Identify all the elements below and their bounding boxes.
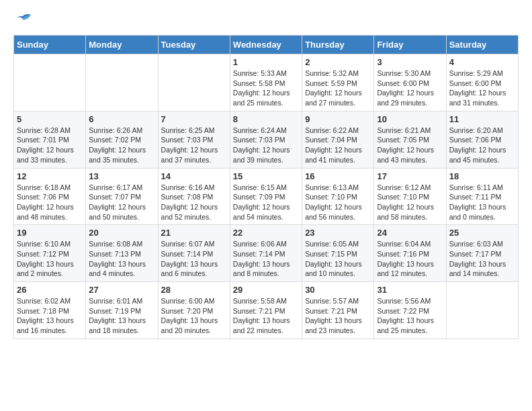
calendar-day-header-monday: Monday bbox=[86, 36, 158, 54]
calendar-day-10: 10Sunrise: 6:21 AM Sunset: 7:05 PM Dayli… bbox=[374, 111, 446, 168]
day-number: 18 bbox=[449, 171, 515, 181]
calendar-day-12: 12Sunrise: 6:18 AM Sunset: 7:06 PM Dayli… bbox=[14, 168, 86, 225]
day-number: 13 bbox=[89, 171, 154, 181]
calendar-week-row: 12Sunrise: 6:18 AM Sunset: 7:06 PM Dayli… bbox=[14, 168, 519, 225]
day-info: Sunrise: 5:58 AM Sunset: 7:21 PM Dayligh… bbox=[233, 296, 299, 336]
day-info: Sunrise: 6:12 AM Sunset: 7:10 PM Dayligh… bbox=[377, 183, 443, 222]
day-info: Sunrise: 6:25 AM Sunset: 7:03 PM Dayligh… bbox=[161, 126, 227, 165]
calendar-day-24: 24Sunrise: 6:04 AM Sunset: 7:16 PM Dayli… bbox=[374, 225, 446, 282]
calendar-day-11: 11Sunrise: 6:20 AM Sunset: 7:06 PM Dayli… bbox=[446, 111, 518, 168]
day-number: 2 bbox=[305, 57, 371, 67]
day-info: Sunrise: 6:08 AM Sunset: 7:13 PM Dayligh… bbox=[89, 239, 154, 279]
calendar-empty-cell bbox=[446, 282, 518, 339]
calendar-day-header-sunday: Sunday bbox=[14, 36, 86, 54]
day-info: Sunrise: 6:10 AM Sunset: 7:12 PM Dayligh… bbox=[17, 239, 83, 279]
day-number: 25 bbox=[449, 228, 515, 238]
day-number: 30 bbox=[305, 285, 371, 295]
day-number: 31 bbox=[377, 285, 443, 295]
day-number: 10 bbox=[377, 114, 443, 124]
day-info: Sunrise: 5:32 AM Sunset: 5:59 PM Dayligh… bbox=[305, 68, 371, 108]
day-info: Sunrise: 6:15 AM Sunset: 7:09 PM Dayligh… bbox=[233, 183, 299, 222]
day-number: 7 bbox=[161, 114, 227, 124]
calendar-day-13: 13Sunrise: 6:17 AM Sunset: 7:07 PM Dayli… bbox=[86, 168, 158, 225]
calendar-day-header-tuesday: Tuesday bbox=[158, 36, 230, 54]
day-info: Sunrise: 5:33 AM Sunset: 5:58 PM Dayligh… bbox=[233, 68, 299, 108]
calendar-day-5: 5Sunrise: 6:28 AM Sunset: 7:01 PM Daylig… bbox=[14, 111, 86, 168]
day-number: 8 bbox=[233, 114, 299, 124]
day-number: 29 bbox=[233, 285, 299, 295]
day-info: Sunrise: 5:57 AM Sunset: 7:21 PM Dayligh… bbox=[305, 296, 371, 336]
calendar-day-30: 30Sunrise: 5:57 AM Sunset: 7:21 PM Dayli… bbox=[302, 282, 374, 339]
calendar-body: 1Sunrise: 5:33 AM Sunset: 5:58 PM Daylig… bbox=[14, 54, 519, 339]
calendar-day-6: 6Sunrise: 6:26 AM Sunset: 7:02 PM Daylig… bbox=[86, 111, 158, 168]
calendar-day-25: 25Sunrise: 6:03 AM Sunset: 7:17 PM Dayli… bbox=[446, 225, 518, 282]
day-info: Sunrise: 5:56 AM Sunset: 7:22 PM Dayligh… bbox=[377, 296, 443, 336]
calendar-day-15: 15Sunrise: 6:15 AM Sunset: 7:09 PM Dayli… bbox=[230, 168, 302, 225]
calendar-empty-cell bbox=[86, 54, 158, 111]
day-number: 11 bbox=[449, 114, 515, 124]
day-number: 28 bbox=[161, 285, 227, 295]
bird-logo-icon bbox=[13, 13, 32, 28]
calendar-day-27: 27Sunrise: 6:01 AM Sunset: 7:19 PM Dayli… bbox=[86, 282, 158, 339]
day-number: 4 bbox=[449, 57, 515, 67]
day-number: 26 bbox=[17, 285, 83, 295]
day-number: 19 bbox=[17, 228, 83, 238]
day-info: Sunrise: 6:18 AM Sunset: 7:06 PM Dayligh… bbox=[17, 183, 83, 222]
day-number: 5 bbox=[17, 114, 83, 124]
day-info: Sunrise: 6:20 AM Sunset: 7:06 PM Dayligh… bbox=[449, 126, 515, 165]
day-info: Sunrise: 6:26 AM Sunset: 7:02 PM Dayligh… bbox=[89, 126, 154, 165]
calendar-day-31: 31Sunrise: 5:56 AM Sunset: 7:22 PM Dayli… bbox=[374, 282, 446, 339]
calendar-day-3: 3Sunrise: 5:30 AM Sunset: 6:00 PM Daylig… bbox=[374, 54, 446, 111]
calendar-day-1: 1Sunrise: 5:33 AM Sunset: 5:58 PM Daylig… bbox=[230, 54, 302, 111]
logo bbox=[13, 13, 32, 28]
day-info: Sunrise: 6:11 AM Sunset: 7:11 PM Dayligh… bbox=[449, 183, 515, 222]
day-info: Sunrise: 6:03 AM Sunset: 7:17 PM Dayligh… bbox=[449, 239, 515, 279]
calendar-empty-cell bbox=[158, 54, 230, 111]
day-number: 27 bbox=[89, 285, 154, 295]
day-info: Sunrise: 6:13 AM Sunset: 7:10 PM Dayligh… bbox=[305, 183, 371, 222]
calendar-day-18: 18Sunrise: 6:11 AM Sunset: 7:11 PM Dayli… bbox=[446, 168, 518, 225]
day-number: 24 bbox=[377, 228, 443, 238]
calendar-day-19: 19Sunrise: 6:10 AM Sunset: 7:12 PM Dayli… bbox=[14, 225, 86, 282]
day-info: Sunrise: 6:06 AM Sunset: 7:14 PM Dayligh… bbox=[233, 239, 299, 279]
day-number: 20 bbox=[89, 228, 154, 238]
day-number: 9 bbox=[305, 114, 371, 124]
calendar-day-28: 28Sunrise: 6:00 AM Sunset: 7:20 PM Dayli… bbox=[158, 282, 230, 339]
calendar-day-22: 22Sunrise: 6:06 AM Sunset: 7:14 PM Dayli… bbox=[230, 225, 302, 282]
calendar-week-row: 26Sunrise: 6:02 AM Sunset: 7:18 PM Dayli… bbox=[14, 282, 519, 339]
day-info: Sunrise: 6:02 AM Sunset: 7:18 PM Dayligh… bbox=[17, 296, 83, 336]
calendar-day-header-saturday: Saturday bbox=[446, 36, 518, 54]
calendar-day-2: 2Sunrise: 5:32 AM Sunset: 5:59 PM Daylig… bbox=[302, 54, 374, 111]
day-number: 22 bbox=[233, 228, 299, 238]
calendar-week-row: 19Sunrise: 6:10 AM Sunset: 7:12 PM Dayli… bbox=[14, 225, 519, 282]
day-info: Sunrise: 5:30 AM Sunset: 6:00 PM Dayligh… bbox=[377, 68, 443, 108]
calendar-day-21: 21Sunrise: 6:07 AM Sunset: 7:14 PM Dayli… bbox=[158, 225, 230, 282]
day-info: Sunrise: 6:24 AM Sunset: 7:03 PM Dayligh… bbox=[233, 126, 299, 165]
day-info: Sunrise: 6:00 AM Sunset: 7:20 PM Dayligh… bbox=[161, 296, 227, 336]
calendar-day-17: 17Sunrise: 6:12 AM Sunset: 7:10 PM Dayli… bbox=[374, 168, 446, 225]
calendar-day-header-friday: Friday bbox=[374, 36, 446, 54]
calendar-table: SundayMondayTuesdayWednesdayThursdayFrid… bbox=[13, 35, 519, 339]
calendar-empty-cell bbox=[14, 54, 86, 111]
day-info: Sunrise: 6:07 AM Sunset: 7:14 PM Dayligh… bbox=[161, 239, 227, 279]
calendar-day-23: 23Sunrise: 6:05 AM Sunset: 7:15 PM Dayli… bbox=[302, 225, 374, 282]
day-number: 14 bbox=[161, 171, 227, 181]
calendar-week-row: 1Sunrise: 5:33 AM Sunset: 5:58 PM Daylig… bbox=[14, 54, 519, 111]
day-info: Sunrise: 6:21 AM Sunset: 7:05 PM Dayligh… bbox=[377, 126, 443, 165]
page-header bbox=[13, 13, 519, 28]
calendar-day-16: 16Sunrise: 6:13 AM Sunset: 7:10 PM Dayli… bbox=[302, 168, 374, 225]
calendar-header-row: SundayMondayTuesdayWednesdayThursdayFrid… bbox=[14, 36, 519, 54]
calendar-day-header-thursday: Thursday bbox=[302, 36, 374, 54]
calendar-week-row: 5Sunrise: 6:28 AM Sunset: 7:01 PM Daylig… bbox=[14, 111, 519, 168]
day-number: 1 bbox=[233, 57, 299, 67]
day-number: 16 bbox=[305, 171, 371, 181]
day-info: Sunrise: 5:29 AM Sunset: 6:00 PM Dayligh… bbox=[449, 68, 515, 108]
calendar-day-9: 9Sunrise: 6:22 AM Sunset: 7:04 PM Daylig… bbox=[302, 111, 374, 168]
calendar-day-7: 7Sunrise: 6:25 AM Sunset: 7:03 PM Daylig… bbox=[158, 111, 230, 168]
calendar-day-14: 14Sunrise: 6:16 AM Sunset: 7:08 PM Dayli… bbox=[158, 168, 230, 225]
day-info: Sunrise: 6:17 AM Sunset: 7:07 PM Dayligh… bbox=[89, 183, 154, 222]
day-info: Sunrise: 6:01 AM Sunset: 7:19 PM Dayligh… bbox=[89, 296, 154, 336]
calendar-day-8: 8Sunrise: 6:24 AM Sunset: 7:03 PM Daylig… bbox=[230, 111, 302, 168]
day-info: Sunrise: 6:22 AM Sunset: 7:04 PM Dayligh… bbox=[305, 126, 371, 165]
calendar-day-header-wednesday: Wednesday bbox=[230, 36, 302, 54]
